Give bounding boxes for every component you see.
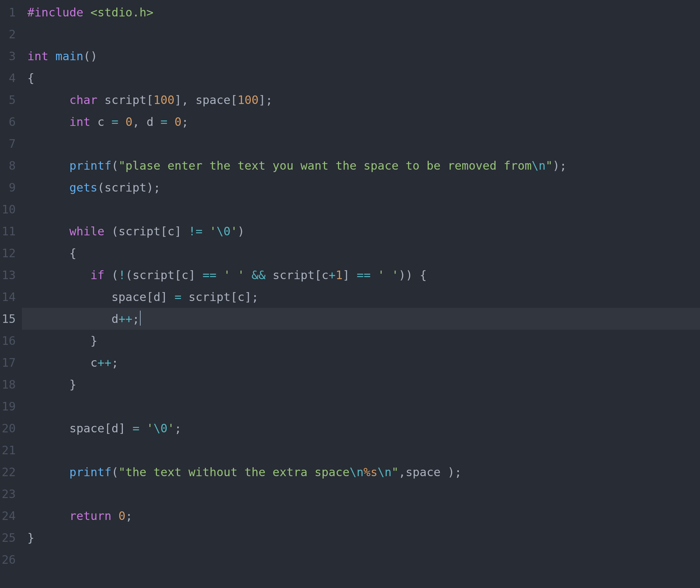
- token-type: int: [27, 49, 48, 63]
- token-ident: space: [112, 290, 146, 304]
- code-line[interactable]: [27, 198, 700, 220]
- token-func: printf: [69, 159, 112, 172]
- code-line[interactable]: if (!(script[c] == ' ' && script[c+1] ==…: [27, 264, 700, 286]
- token-punct: [181, 224, 188, 238]
- code-line[interactable]: space[d] = '\0';: [27, 417, 700, 439]
- line-number: 22: [0, 461, 16, 483]
- line-number: 24: [0, 505, 16, 527]
- token-brace: {: [69, 246, 76, 260]
- token-punct: [112, 509, 118, 523]
- token-preproc: #include: [27, 5, 83, 19]
- indent: [27, 465, 69, 479]
- code-line[interactable]: printf("the text without the extra space…: [27, 461, 700, 483]
- token-op: =: [132, 421, 139, 435]
- code-line[interactable]: }: [27, 527, 700, 549]
- token-ident: space: [405, 465, 440, 479]
- token-punct: [167, 290, 174, 304]
- code-line[interactable]: #include <stdio.h>: [27, 1, 700, 23]
- token-op: !: [118, 268, 125, 282]
- token-op: ==: [357, 268, 371, 282]
- code-line[interactable]: while (script[c] != '\0'): [27, 220, 700, 242]
- token-string: ': [209, 224, 216, 238]
- line-number: 20: [0, 417, 16, 439]
- token-semicolon: ;: [126, 509, 132, 523]
- code-line[interactable]: [27, 23, 700, 45]
- token-paren: (: [112, 268, 118, 282]
- code-line[interactable]: [27, 549, 700, 571]
- token-string: "plase enter the text you want the space…: [118, 159, 532, 172]
- token-ident: d: [112, 421, 118, 435]
- token-punct: [350, 268, 357, 282]
- code-line[interactable]: printf("plase enter the text you want th…: [27, 155, 700, 177]
- token-punct: [104, 224, 111, 238]
- token-paren: (: [112, 224, 118, 238]
- token-bracket: ]: [174, 93, 181, 107]
- token-paren: (: [126, 268, 132, 282]
- code-line[interactable]: }: [27, 374, 700, 395]
- token-paren: ): [448, 465, 454, 479]
- token-paren: (: [112, 159, 118, 172]
- code-line[interactable]: int main(): [27, 45, 700, 67]
- code-line[interactable]: [27, 133, 700, 155]
- line-number: 12: [0, 242, 16, 264]
- token-punct: [181, 290, 188, 304]
- token-string: ": [392, 465, 399, 479]
- code-line[interactable]: return 0;: [27, 505, 700, 527]
- token-punct: [98, 93, 104, 107]
- token-keyword: while: [69, 224, 104, 238]
- code-line[interactable]: c++;: [27, 352, 700, 374]
- line-number: 21: [0, 439, 16, 461]
- line-number: 16: [0, 330, 16, 352]
- code-line[interactable]: [27, 483, 700, 505]
- token-punct: [48, 49, 55, 63]
- token-bracket: [: [231, 290, 237, 304]
- code-line[interactable]: [27, 395, 700, 417]
- token-string: "the text without the extra space: [118, 465, 350, 479]
- code-area[interactable]: #include <stdio.h>int main(){ char scrip…: [22, 0, 700, 588]
- token-punct: [83, 5, 90, 19]
- token-ident: c: [322, 268, 328, 282]
- indent: [27, 159, 69, 172]
- code-line[interactable]: space[d] = script[c];: [27, 286, 700, 308]
- token-bracket: ]: [259, 93, 265, 107]
- line-number: 2: [0, 23, 16, 45]
- indent: [27, 378, 69, 391]
- line-number: 10: [0, 198, 16, 220]
- code-line[interactable]: {: [27, 242, 700, 264]
- code-editor[interactable]: 1234567891011121314151617181920212223242…: [0, 0, 700, 588]
- token-ident: script: [118, 224, 160, 238]
- token-bracket: [: [160, 224, 167, 238]
- token-semicolon: ;: [182, 115, 189, 129]
- line-number: 18: [0, 374, 16, 395]
- token-ident: script: [273, 268, 315, 282]
- token-bracket: ]: [174, 224, 181, 238]
- token-op: ++: [98, 356, 112, 369]
- token-op: &&: [251, 268, 265, 282]
- token-ident: script: [189, 290, 231, 304]
- line-number: 11: [0, 220, 16, 242]
- token-bracket: [: [146, 93, 153, 107]
- line-number: 4: [0, 67, 16, 89]
- token-semicolon: ;: [251, 290, 258, 304]
- code-line[interactable]: char script[100], space[100];: [27, 89, 700, 111]
- token-brace: }: [90, 334, 97, 348]
- token-comma: ,: [132, 115, 139, 129]
- line-number: 8: [0, 155, 16, 177]
- token-keyword: return: [69, 509, 112, 523]
- token-punct: [413, 268, 419, 282]
- token-comma: ,: [181, 93, 188, 107]
- token-punct: [90, 115, 97, 129]
- token-number: 1: [336, 268, 342, 282]
- line-number: 1: [0, 1, 16, 23]
- token-op: ==: [203, 268, 217, 282]
- token-bracket: [: [104, 421, 111, 435]
- code-line[interactable]: [27, 439, 700, 461]
- code-line[interactable]: d++;: [22, 308, 700, 330]
- code-line[interactable]: }: [27, 330, 700, 352]
- code-line[interactable]: gets(script);: [27, 177, 700, 198]
- token-brace: {: [27, 71, 34, 85]
- line-number: 23: [0, 483, 16, 505]
- code-line[interactable]: {: [27, 67, 700, 89]
- code-line[interactable]: int c = 0, d = 0;: [27, 111, 700, 133]
- token-semicolon: ;: [174, 421, 181, 435]
